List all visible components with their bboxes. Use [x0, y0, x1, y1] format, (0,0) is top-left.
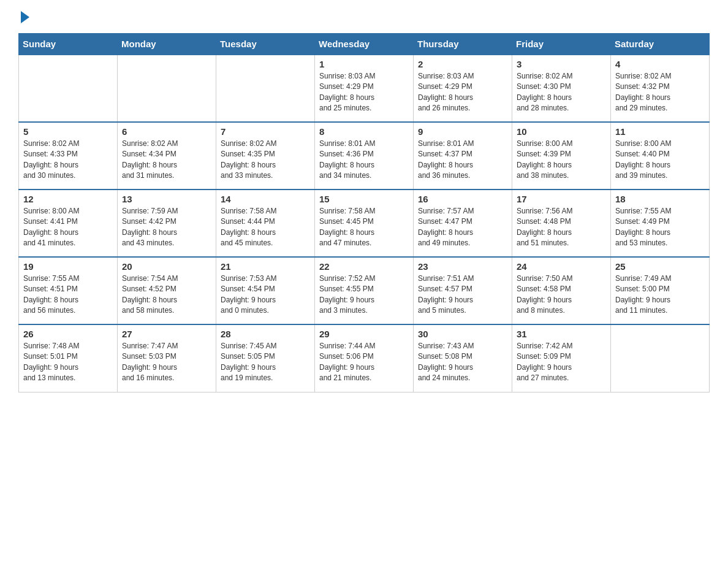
calendar-day-14: 14Sunrise: 7:58 AM Sunset: 4:44 PM Dayli…: [216, 190, 315, 257]
day-info: Sunrise: 8:01 AM Sunset: 4:36 PM Dayligh…: [319, 139, 409, 182]
calendar-week-row: 26Sunrise: 7:48 AM Sunset: 5:01 PM Dayli…: [19, 324, 710, 392]
day-info: Sunrise: 7:54 AM Sunset: 4:52 PM Dayligh…: [122, 274, 211, 316]
day-number: 3: [517, 59, 606, 69]
day-number: 8: [319, 126, 409, 137]
day-info: Sunrise: 7:47 AM Sunset: 5:03 PM Dayligh…: [122, 341, 211, 384]
weekday-header-tuesday: Tuesday: [216, 34, 315, 55]
day-info: Sunrise: 7:56 AM Sunset: 4:48 PM Dayligh…: [517, 206, 606, 249]
day-number: 18: [615, 194, 705, 204]
day-info: Sunrise: 7:59 AM Sunset: 4:42 PM Dayligh…: [122, 206, 211, 249]
calendar-empty-cell: [216, 55, 315, 122]
calendar-day-31: 31Sunrise: 7:42 AM Sunset: 5:09 PM Dayli…: [512, 324, 611, 392]
calendar-day-19: 19Sunrise: 7:55 AM Sunset: 4:51 PM Dayli…: [19, 257, 118, 324]
day-info: Sunrise: 8:02 AM Sunset: 4:34 PM Dayligh…: [122, 139, 211, 182]
weekday-header-monday: Monday: [118, 34, 216, 55]
day-number: 26: [23, 329, 113, 339]
calendar-day-8: 8Sunrise: 8:01 AM Sunset: 4:36 PM Daylig…: [315, 122, 414, 190]
day-info: Sunrise: 7:45 AM Sunset: 5:05 PM Dayligh…: [221, 341, 310, 384]
day-number: 17: [517, 194, 606, 204]
day-info: Sunrise: 8:00 AM Sunset: 4:39 PM Dayligh…: [517, 139, 606, 182]
day-info: Sunrise: 8:02 AM Sunset: 4:35 PM Dayligh…: [221, 139, 310, 182]
calendar-day-24: 24Sunrise: 7:50 AM Sunset: 4:58 PM Dayli…: [512, 257, 611, 324]
day-number: 9: [418, 126, 507, 137]
day-number: 22: [319, 261, 409, 272]
day-info: Sunrise: 7:48 AM Sunset: 5:01 PM Dayligh…: [23, 341, 113, 384]
day-number: 7: [221, 126, 310, 137]
calendar-day-25: 25Sunrise: 7:49 AM Sunset: 5:00 PM Dayli…: [611, 257, 710, 324]
day-info: Sunrise: 7:49 AM Sunset: 5:00 PM Dayligh…: [615, 274, 705, 316]
day-info: Sunrise: 8:02 AM Sunset: 4:33 PM Dayligh…: [23, 139, 113, 182]
calendar-day-5: 5Sunrise: 8:02 AM Sunset: 4:33 PM Daylig…: [19, 122, 118, 190]
calendar-empty-cell: [19, 55, 118, 122]
day-number: 29: [319, 329, 409, 339]
day-info: Sunrise: 7:52 AM Sunset: 4:55 PM Dayligh…: [319, 274, 409, 316]
day-number: 30: [418, 329, 507, 339]
calendar-day-15: 15Sunrise: 7:58 AM Sunset: 4:45 PM Dayli…: [315, 190, 414, 257]
calendar-day-9: 9Sunrise: 8:01 AM Sunset: 4:37 PM Daylig…: [414, 122, 512, 190]
day-info: Sunrise: 8:00 AM Sunset: 4:41 PM Dayligh…: [23, 206, 113, 249]
calendar-day-18: 18Sunrise: 7:55 AM Sunset: 4:49 PM Dayli…: [611, 190, 710, 257]
day-number: 21: [221, 261, 310, 272]
day-info: Sunrise: 8:02 AM Sunset: 4:32 PM Dayligh…: [615, 71, 705, 114]
logo: [18, 12, 29, 23]
calendar-day-12: 12Sunrise: 8:00 AM Sunset: 4:41 PM Dayli…: [19, 190, 118, 257]
logo-triangle-icon: [21, 11, 29, 23]
day-number: 6: [122, 126, 211, 137]
calendar-day-21: 21Sunrise: 7:53 AM Sunset: 4:54 PM Dayli…: [216, 257, 315, 324]
day-info: Sunrise: 8:02 AM Sunset: 4:30 PM Dayligh…: [517, 71, 606, 114]
calendar-day-13: 13Sunrise: 7:59 AM Sunset: 4:42 PM Dayli…: [118, 190, 216, 257]
day-number: 5: [23, 126, 113, 137]
calendar-table: SundayMondayTuesdayWednesdayThursdayFrid…: [18, 33, 710, 393]
day-info: Sunrise: 7:51 AM Sunset: 4:57 PM Dayligh…: [418, 274, 507, 316]
calendar-day-29: 29Sunrise: 7:44 AM Sunset: 5:06 PM Dayli…: [315, 324, 414, 392]
day-info: Sunrise: 8:03 AM Sunset: 4:29 PM Dayligh…: [418, 71, 507, 114]
day-info: Sunrise: 7:55 AM Sunset: 4:51 PM Dayligh…: [23, 274, 113, 316]
weekday-header-row: SundayMondayTuesdayWednesdayThursdayFrid…: [19, 34, 710, 55]
day-number: 27: [122, 329, 211, 339]
weekday-header-friday: Friday: [512, 34, 611, 55]
day-number: 1: [319, 59, 409, 69]
calendar-day-4: 4Sunrise: 8:02 AM Sunset: 4:32 PM Daylig…: [611, 55, 710, 122]
day-number: 24: [517, 261, 606, 272]
calendar-week-row: 5Sunrise: 8:02 AM Sunset: 4:33 PM Daylig…: [19, 122, 710, 190]
day-info: Sunrise: 7:44 AM Sunset: 5:06 PM Dayligh…: [319, 341, 409, 384]
day-info: Sunrise: 7:53 AM Sunset: 4:54 PM Dayligh…: [221, 274, 310, 316]
day-info: Sunrise: 7:42 AM Sunset: 5:09 PM Dayligh…: [517, 341, 606, 384]
calendar-day-7: 7Sunrise: 8:02 AM Sunset: 4:35 PM Daylig…: [216, 122, 315, 190]
calendar-day-20: 20Sunrise: 7:54 AM Sunset: 4:52 PM Dayli…: [118, 257, 216, 324]
day-info: Sunrise: 7:43 AM Sunset: 5:08 PM Dayligh…: [418, 341, 507, 384]
calendar-empty-cell: [118, 55, 216, 122]
calendar-day-28: 28Sunrise: 7:45 AM Sunset: 5:05 PM Dayli…: [216, 324, 315, 392]
day-info: Sunrise: 7:58 AM Sunset: 4:45 PM Dayligh…: [319, 206, 409, 249]
calendar-day-3: 3Sunrise: 8:02 AM Sunset: 4:30 PM Daylig…: [512, 55, 611, 122]
calendar-day-17: 17Sunrise: 7:56 AM Sunset: 4:48 PM Dayli…: [512, 190, 611, 257]
calendar-day-1: 1Sunrise: 8:03 AM Sunset: 4:29 PM Daylig…: [315, 55, 414, 122]
day-number: 15: [319, 194, 409, 204]
day-info: Sunrise: 7:50 AM Sunset: 4:58 PM Dayligh…: [517, 274, 606, 316]
day-info: Sunrise: 8:03 AM Sunset: 4:29 PM Dayligh…: [319, 71, 409, 114]
page-header: [18, 12, 710, 23]
calendar-day-30: 30Sunrise: 7:43 AM Sunset: 5:08 PM Dayli…: [414, 324, 512, 392]
calendar-week-row: 1Sunrise: 8:03 AM Sunset: 4:29 PM Daylig…: [19, 55, 710, 122]
day-number: 13: [122, 194, 211, 204]
day-number: 12: [23, 194, 113, 204]
calendar-day-11: 11Sunrise: 8:00 AM Sunset: 4:40 PM Dayli…: [611, 122, 710, 190]
day-info: Sunrise: 7:55 AM Sunset: 4:49 PM Dayligh…: [615, 206, 705, 249]
day-number: 20: [122, 261, 211, 272]
calendar-day-2: 2Sunrise: 8:03 AM Sunset: 4:29 PM Daylig…: [414, 55, 512, 122]
calendar-day-23: 23Sunrise: 7:51 AM Sunset: 4:57 PM Dayli…: [414, 257, 512, 324]
day-number: 2: [418, 59, 507, 69]
calendar-empty-cell: [611, 324, 710, 392]
day-number: 28: [221, 329, 310, 339]
day-number: 14: [221, 194, 310, 204]
weekday-header-saturday: Saturday: [611, 34, 710, 55]
day-number: 19: [23, 261, 113, 272]
day-number: 4: [615, 59, 705, 69]
weekday-header-thursday: Thursday: [414, 34, 512, 55]
day-number: 31: [517, 329, 606, 339]
calendar-day-22: 22Sunrise: 7:52 AM Sunset: 4:55 PM Dayli…: [315, 257, 414, 324]
weekday-header-sunday: Sunday: [19, 34, 118, 55]
calendar-week-row: 12Sunrise: 8:00 AM Sunset: 4:41 PM Dayli…: [19, 190, 710, 257]
calendar-week-row: 19Sunrise: 7:55 AM Sunset: 4:51 PM Dayli…: [19, 257, 710, 324]
calendar-day-26: 26Sunrise: 7:48 AM Sunset: 5:01 PM Dayli…: [19, 324, 118, 392]
